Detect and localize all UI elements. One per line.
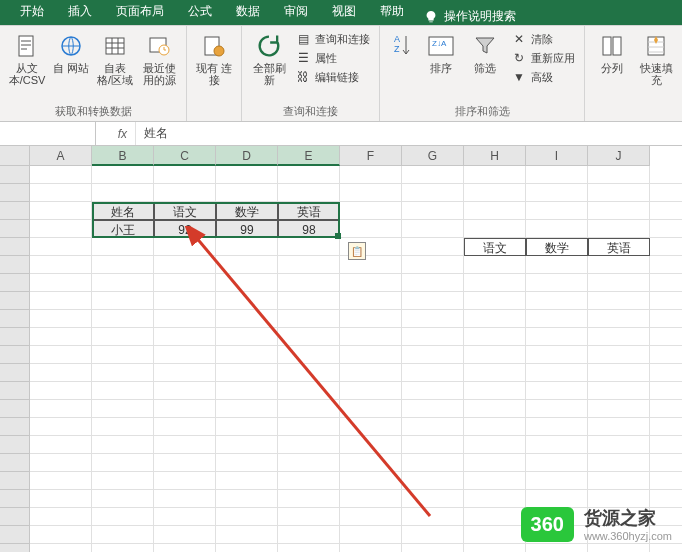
cell[interactable] — [588, 436, 650, 454]
cell[interactable] — [30, 418, 92, 436]
cell[interactable] — [30, 472, 92, 490]
cell[interactable] — [154, 436, 216, 454]
cell[interactable] — [92, 508, 154, 526]
cell[interactable] — [402, 400, 464, 418]
cell[interactable] — [154, 454, 216, 472]
cell[interactable] — [650, 544, 682, 552]
cell[interactable] — [464, 274, 526, 292]
cell[interactable] — [216, 346, 278, 364]
cell[interactable] — [402, 238, 464, 256]
cell[interactable] — [402, 508, 464, 526]
cell[interactable] — [278, 382, 340, 400]
cell[interactable] — [340, 490, 402, 508]
row-header[interactable] — [0, 256, 30, 274]
cell[interactable] — [588, 184, 650, 202]
sort-button[interactable]: Z↓A排序 — [420, 30, 462, 76]
cell[interactable] — [526, 418, 588, 436]
cell[interactable] — [340, 184, 402, 202]
row-header[interactable] — [0, 220, 30, 238]
clear-button[interactable]: ✕清除 — [508, 30, 578, 48]
cell[interactable] — [278, 400, 340, 418]
row-header[interactable] — [0, 346, 30, 364]
cell[interactable]: 小王 — [92, 220, 154, 238]
cell[interactable]: 英语 — [278, 202, 340, 220]
cell[interactable] — [588, 202, 650, 220]
cell[interactable] — [402, 436, 464, 454]
cell[interactable] — [92, 346, 154, 364]
cell[interactable] — [278, 364, 340, 382]
cell[interactable] — [216, 382, 278, 400]
cell[interactable] — [154, 418, 216, 436]
cell[interactable] — [650, 418, 682, 436]
cell[interactable]: 语文 — [464, 238, 526, 256]
cell[interactable]: 英语 — [588, 238, 650, 256]
cell[interactable] — [650, 220, 682, 238]
cell[interactable] — [464, 418, 526, 436]
cell[interactable] — [216, 184, 278, 202]
cell[interactable] — [650, 256, 682, 274]
cell[interactable] — [650, 382, 682, 400]
cell[interactable] — [30, 184, 92, 202]
tab-view[interactable]: 视图 — [320, 0, 368, 25]
cell[interactable] — [464, 310, 526, 328]
cell[interactable] — [30, 544, 92, 552]
cell[interactable] — [92, 472, 154, 490]
reapply-button[interactable]: ↻重新应用 — [508, 49, 578, 67]
cell[interactable] — [278, 184, 340, 202]
tab-formula[interactable]: 公式 — [176, 0, 224, 25]
cell[interactable] — [216, 436, 278, 454]
worksheet[interactable]: A B C D E F G H I J 姓名语文数学英语小王929998语文数学… — [0, 146, 682, 552]
cell[interactable] — [402, 526, 464, 544]
row-header[interactable] — [0, 490, 30, 508]
cell[interactable] — [340, 346, 402, 364]
cell[interactable] — [278, 454, 340, 472]
cell[interactable] — [92, 418, 154, 436]
col-header[interactable]: E — [278, 146, 340, 166]
cell[interactable] — [588, 346, 650, 364]
tab-insert[interactable]: 插入 — [56, 0, 104, 25]
col-header[interactable]: I — [526, 146, 588, 166]
cell[interactable] — [92, 256, 154, 274]
row-header[interactable] — [0, 166, 30, 184]
cell[interactable] — [402, 220, 464, 238]
cell[interactable] — [402, 328, 464, 346]
cell[interactable] — [340, 364, 402, 382]
cell[interactable] — [92, 526, 154, 544]
cell[interactable] — [30, 490, 92, 508]
cell[interactable] — [278, 526, 340, 544]
cell[interactable] — [340, 454, 402, 472]
row-header[interactable] — [0, 472, 30, 490]
cell[interactable] — [278, 292, 340, 310]
cell[interactable] — [278, 166, 340, 184]
cell[interactable] — [92, 490, 154, 508]
cell[interactable] — [30, 436, 92, 454]
cell-grid[interactable]: 姓名语文数学英语小王929998语文数学英语 — [30, 166, 682, 552]
cell[interactable] — [650, 454, 682, 472]
cell[interactable] — [340, 220, 402, 238]
col-header[interactable]: G — [402, 146, 464, 166]
cell[interactable] — [402, 292, 464, 310]
cell[interactable] — [402, 472, 464, 490]
tab-start[interactable]: 开始 — [8, 0, 56, 25]
cell[interactable] — [650, 364, 682, 382]
cell[interactable] — [92, 166, 154, 184]
from-web-button[interactable]: 自 网站 — [50, 30, 92, 76]
col-header[interactable]: H — [464, 146, 526, 166]
row-header[interactable] — [0, 400, 30, 418]
cell[interactable] — [588, 220, 650, 238]
cell[interactable] — [154, 292, 216, 310]
recent-sources-button[interactable]: 最近使 用的源 — [138, 30, 180, 88]
row-header[interactable] — [0, 544, 30, 552]
text-to-columns-button[interactable]: 分列 — [591, 30, 633, 76]
row-header[interactable] — [0, 328, 30, 346]
cell[interactable] — [650, 274, 682, 292]
cell[interactable] — [526, 256, 588, 274]
cell[interactable] — [92, 292, 154, 310]
cell[interactable]: 92 — [154, 220, 216, 238]
row-header[interactable] — [0, 364, 30, 382]
cell[interactable] — [30, 382, 92, 400]
cell[interactable] — [464, 526, 526, 544]
cell[interactable]: 98 — [278, 220, 340, 238]
cell[interactable] — [92, 454, 154, 472]
cell[interactable] — [464, 292, 526, 310]
